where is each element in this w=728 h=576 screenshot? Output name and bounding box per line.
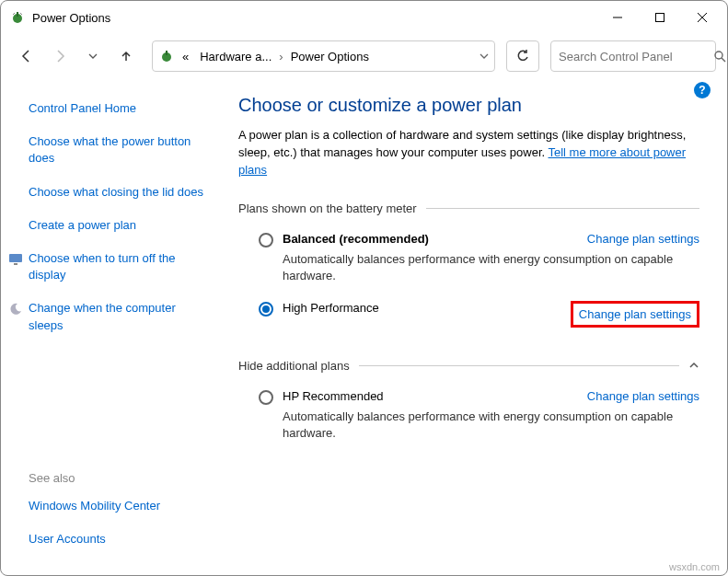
plan-balanced-name[interactable]: Balanced (recommended) xyxy=(283,232,429,246)
highlight-box: Change plan settings xyxy=(571,301,699,328)
search-icon xyxy=(713,50,726,63)
svg-rect-10 xyxy=(9,254,22,262)
radio-hp-recommended[interactable] xyxy=(259,390,273,405)
plan-hp-recommended: HP Recommended Change plan settings Auto… xyxy=(238,386,699,455)
sidebar-mobility-center[interactable]: Windows Mobility Center xyxy=(29,498,213,514)
sidebar-computer-sleeps[interactable]: Change when the computer sleeps xyxy=(29,300,213,333)
chevron-up-icon xyxy=(688,360,699,371)
sidebar-home[interactable]: Control Panel Home xyxy=(29,100,213,117)
display-icon xyxy=(8,252,23,267)
plan-balanced: Balanced (recommended) Change plan setti… xyxy=(238,228,699,297)
change-settings-high-perf[interactable]: Change plan settings xyxy=(579,307,691,321)
back-button[interactable] xyxy=(12,41,41,71)
content-area: Control Panel Home Choose what the power… xyxy=(1,78,727,575)
see-also-label: See also xyxy=(29,471,213,485)
help-icon[interactable]: ? xyxy=(694,82,711,98)
svg-line-9 xyxy=(722,58,725,62)
window-title: Power Options xyxy=(32,11,596,25)
breadcrumb-icon xyxy=(158,48,175,64)
search-input[interactable] xyxy=(559,50,713,63)
moon-icon xyxy=(8,302,23,317)
radio-high-performance[interactable] xyxy=(259,302,273,317)
plan-balanced-desc: Automatically balances performance with … xyxy=(283,251,699,284)
recent-dropdown[interactable] xyxy=(78,41,108,71)
app-icon xyxy=(10,10,25,25)
nav-toolbar: « Hardware a... › Power Options xyxy=(1,34,727,78)
breadcrumb-part1[interactable]: Hardware a... xyxy=(196,48,275,65)
plan-hp-rec-name[interactable]: HP Recommended xyxy=(283,389,384,403)
maximize-button[interactable] xyxy=(639,3,681,32)
svg-rect-1 xyxy=(17,12,18,17)
plan-high-perf-name[interactable]: High Performance xyxy=(283,301,379,315)
section-hide-plans[interactable]: Hide additional plans xyxy=(238,359,699,373)
section-shown-plans: Plans shown on the battery meter xyxy=(238,202,699,215)
main-panel: ? Choose or customize a power plan A pow… xyxy=(229,78,727,575)
breadcrumb-prefix: « xyxy=(179,48,192,65)
plan-hp-rec-desc: Automatically balances performance with … xyxy=(283,409,699,442)
refresh-button[interactable] xyxy=(506,40,539,72)
sidebar-close-lid[interactable]: Choose what closing the lid does xyxy=(29,184,213,201)
sidebar-create-plan[interactable]: Create a power plan xyxy=(29,217,213,234)
forward-button[interactable] xyxy=(45,41,75,71)
close-button[interactable] xyxy=(681,3,723,32)
sidebar: Control Panel Home Choose what the power… xyxy=(1,78,229,575)
window: Power Options « Hardware a... › Power Op… xyxy=(0,0,728,576)
plan-high-performance: High Performance Change plan settings xyxy=(238,297,699,340)
svg-rect-11 xyxy=(14,263,17,265)
breadcrumb[interactable]: « Hardware a... › Power Options xyxy=(152,40,495,72)
divider xyxy=(359,365,679,366)
breadcrumb-part2[interactable]: Power Options xyxy=(287,48,373,65)
page-description: A power plan is a collection of hardware… xyxy=(238,127,699,179)
change-settings-balanced[interactable]: Change plan settings xyxy=(587,232,699,246)
divider xyxy=(426,208,699,209)
svg-rect-7 xyxy=(166,51,168,55)
sidebar-turn-off-display[interactable]: Choose when to turn off the display xyxy=(29,250,213,283)
svg-rect-3 xyxy=(656,14,664,22)
minimize-button[interactable] xyxy=(596,3,639,32)
footer-credit: wsxdn.com xyxy=(669,561,720,572)
search-box[interactable] xyxy=(550,40,716,72)
up-button[interactable] xyxy=(111,41,141,71)
breadcrumb-dropdown[interactable] xyxy=(480,52,489,61)
sidebar-power-button[interactable]: Choose what the power button does xyxy=(29,133,213,167)
page-heading: Choose or customize a power plan xyxy=(238,95,699,116)
chevron-right-icon: › xyxy=(279,50,283,63)
change-settings-hp-rec[interactable]: Change plan settings xyxy=(587,389,699,403)
svg-point-8 xyxy=(715,52,722,59)
radio-balanced[interactable] xyxy=(259,233,273,248)
sidebar-user-accounts[interactable]: User Accounts xyxy=(29,531,213,547)
titlebar: Power Options xyxy=(1,1,727,34)
